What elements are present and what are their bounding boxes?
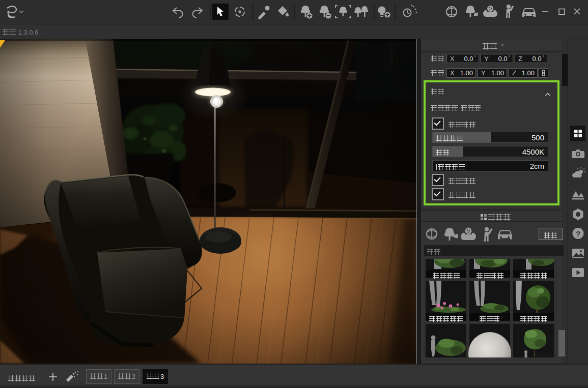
svg-text:?: ? (576, 229, 580, 238)
